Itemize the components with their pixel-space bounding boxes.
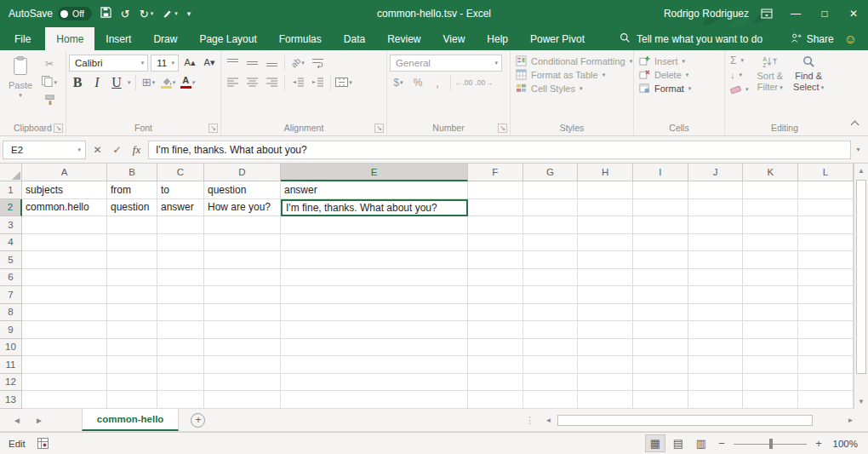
fill-color-button[interactable]: ▾ — [160, 73, 177, 91]
row-header-4[interactable]: 4 — [0, 234, 22, 252]
cell-B4[interactable] — [107, 234, 157, 252]
align-bottom-button[interactable] — [263, 54, 280, 72]
scroll-up-button[interactable]: ▲ — [854, 164, 868, 178]
ribbon-tab-insert[interactable]: Insert — [94, 27, 142, 50]
cell-F6[interactable] — [468, 269, 523, 287]
cell-F13[interactable] — [468, 391, 523, 409]
cell-J4[interactable] — [688, 234, 744, 252]
cell-D1[interactable]: question — [204, 181, 281, 199]
column-header-H[interactable]: H — [578, 164, 633, 181]
cell-D11[interactable] — [204, 356, 281, 374]
vertical-scroll-track[interactable] — [854, 178, 868, 394]
cut-button[interactable]: ✂ — [41, 55, 58, 72]
align-top-button[interactable] — [224, 54, 241, 72]
font-dialog-launcher[interactable]: ↘ — [208, 124, 218, 133]
cell-J12[interactable] — [688, 374, 744, 392]
next-sheet-button[interactable]: ► — [35, 416, 43, 425]
find-select-button[interactable]: Find & Select▾ — [789, 53, 828, 122]
ribbon-tab-help[interactable]: Help — [476, 27, 519, 50]
cell-K3[interactable] — [743, 216, 798, 234]
cell-D7[interactable] — [204, 286, 281, 304]
cell-B13[interactable] — [107, 391, 157, 409]
cell-F4[interactable] — [468, 234, 523, 252]
cell-I5[interactable] — [633, 251, 688, 269]
cell-A4[interactable] — [22, 234, 107, 252]
increase-font-size-button[interactable]: A▴ — [181, 54, 198, 72]
cell-K4[interactable] — [743, 234, 798, 252]
cell-I2[interactable] — [633, 199, 688, 217]
cell-A3[interactable] — [22, 216, 107, 234]
page-break-preview-button[interactable]: ▥ — [691, 434, 711, 452]
cell-C10[interactable] — [157, 339, 204, 357]
align-left-button[interactable] — [224, 73, 241, 91]
cell-J10[interactable] — [688, 339, 744, 357]
cell-F10[interactable] — [468, 339, 523, 357]
macro-record-button[interactable] — [37, 438, 49, 449]
ribbon-tab-draw[interactable]: Draw — [142, 27, 188, 50]
increase-decimal-button[interactable]: ←.00 — [455, 73, 472, 91]
normal-view-button[interactable]: ▦ — [645, 434, 665, 452]
maximize-button[interactable]: □ — [810, 0, 839, 27]
row-header-12[interactable]: 12 — [0, 374, 22, 392]
column-header-A[interactable]: A — [22, 164, 107, 181]
cell-L4[interactable] — [798, 234, 854, 252]
cell-B5[interactable] — [107, 251, 157, 269]
cell-H10[interactable] — [578, 339, 633, 357]
borders-button[interactable]: ⊞▾ — [140, 73, 157, 91]
wrap-text-button[interactable] — [309, 54, 326, 72]
italic-button[interactable]: I — [89, 73, 106, 91]
column-header-D[interactable]: D — [204, 164, 281, 181]
cell-F12[interactable] — [468, 374, 523, 392]
cell-K2[interactable] — [743, 199, 798, 217]
sort-filter-button[interactable]: AZ Sort & Filter▾ — [753, 53, 788, 122]
cell-G4[interactable] — [523, 234, 579, 252]
cell-I8[interactable] — [633, 304, 688, 322]
cell-H1[interactable] — [578, 181, 633, 199]
decrease-indent-button[interactable] — [289, 73, 306, 91]
cell-E10[interactable] — [281, 339, 468, 357]
cell-D9[interactable] — [204, 321, 281, 339]
cell-B12[interactable] — [107, 374, 157, 392]
cell-F9[interactable] — [468, 321, 523, 339]
ribbon-tab-home[interactable]: Home — [45, 27, 94, 50]
cell-B6[interactable] — [107, 269, 157, 287]
cell-B11[interactable] — [107, 356, 157, 374]
cell-K12[interactable] — [743, 374, 798, 392]
cell-E13[interactable] — [281, 391, 468, 409]
cell-F2[interactable] — [468, 199, 523, 217]
cell-E2[interactable]: I'm fine, thanks. What about you? — [281, 199, 468, 217]
row-header-5[interactable]: 5 — [0, 251, 22, 269]
cell-C6[interactable] — [157, 269, 204, 287]
row-header-10[interactable]: 10 — [0, 339, 22, 357]
cell-G12[interactable] — [523, 374, 579, 392]
cell-D10[interactable] — [204, 339, 281, 357]
decrease-font-size-button[interactable]: A▾ — [201, 54, 218, 72]
cell-J13[interactable] — [688, 391, 744, 409]
column-header-G[interactable]: G — [523, 164, 579, 181]
cell-D12[interactable] — [204, 374, 281, 392]
clear-button[interactable]: ▾ — [728, 83, 751, 96]
cell-C1[interactable]: to — [157, 181, 204, 199]
cell-L12[interactable] — [798, 374, 854, 392]
cell-G8[interactable] — [523, 304, 579, 322]
cell-L13[interactable] — [798, 391, 854, 409]
format-painter-button[interactable] — [41, 92, 58, 110]
row-header-9[interactable]: 9 — [0, 321, 22, 339]
cell-B9[interactable] — [107, 321, 157, 339]
cell-B7[interactable] — [107, 286, 157, 304]
cell-E12[interactable] — [281, 374, 468, 392]
cell-K9[interactable] — [743, 321, 798, 339]
cell-I7[interactable] — [633, 286, 688, 304]
cell-D2[interactable]: How are you? — [204, 199, 281, 217]
redo-button[interactable]: ↻▾ — [140, 8, 153, 20]
cell-H12[interactable] — [578, 374, 633, 392]
previous-sheet-button[interactable]: ◄ — [13, 416, 21, 425]
tab-scrollbar-splitter[interactable]: ⋮ — [525, 415, 534, 426]
cell-H9[interactable] — [578, 321, 633, 339]
cell-A1[interactable]: subjects — [22, 181, 107, 199]
cell-H3[interactable] — [578, 216, 633, 234]
cell-D6[interactable] — [204, 269, 281, 287]
cell-A13[interactable] — [22, 391, 107, 409]
cell-A9[interactable] — [22, 321, 107, 339]
vertical-scroll-thumb[interactable] — [856, 180, 866, 374]
